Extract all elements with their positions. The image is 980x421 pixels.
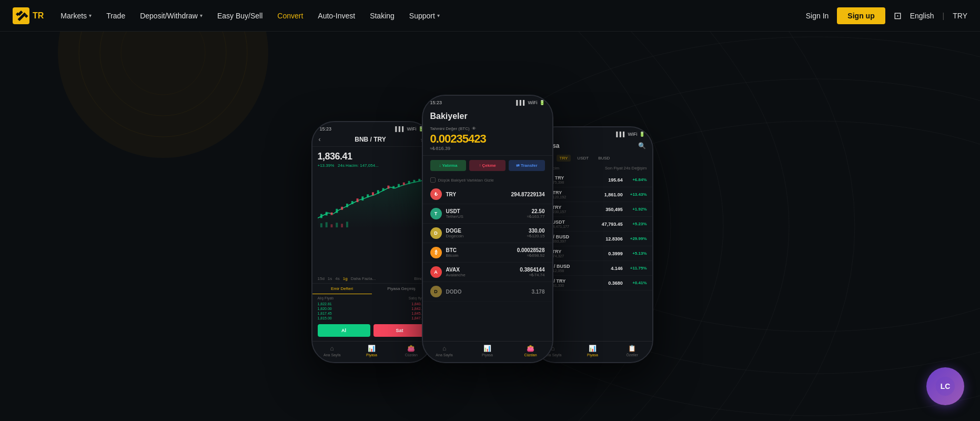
svg-rect-30 xyxy=(330,224,332,227)
col-change: 24s Değişim xyxy=(623,166,647,171)
avax-info: AVAX Avalanche xyxy=(446,267,520,277)
bnb-price: 1,861.00 xyxy=(587,192,623,197)
signal-icon3: ▌▌▌ xyxy=(616,132,626,137)
bottom-nav-market[interactable]: 📊 Piyasa xyxy=(352,345,391,357)
nav-convert[interactable]: Convert xyxy=(277,12,303,20)
btc-amount-row: 0.00028528 ≈₺698.92 xyxy=(517,247,545,258)
right-market-label: Piyasa xyxy=(587,353,598,357)
filter-usdt[interactable]: USDT xyxy=(574,155,592,162)
center-bottom-nav: ⌂ Ana Sayfa 📊 Piyasa 👛 Cüzdan xyxy=(423,341,552,362)
filter-try[interactable]: TRY xyxy=(557,155,571,162)
markets-chevron: ▾ xyxy=(89,13,92,18)
nav-easybuy[interactable]: Easy Buy/Sell xyxy=(217,12,262,20)
asset-row-usdt[interactable]: T USDT TetherUS 22.50 ≈₺163.77 xyxy=(423,204,552,224)
deposit-button[interactable]: ↓ Yatırma xyxy=(430,160,467,171)
eye-icon[interactable]: 👁 xyxy=(472,126,476,131)
withdraw-button[interactable]: ↑ Çekme xyxy=(469,160,506,171)
sell-button[interactable]: Sat xyxy=(373,324,426,337)
nav-autoinvest[interactable]: Auto-Invest xyxy=(318,12,355,20)
svg-rect-24 xyxy=(402,183,405,185)
nav-markets[interactable]: Markets ▾ xyxy=(60,12,92,20)
asset-row-avax[interactable]: A AVAX Avalanche 0.3864144 ≈₺74.74 xyxy=(423,263,552,282)
doge-amount: 330.00 ≈₺120.15 xyxy=(527,228,545,238)
transfer-button[interactable]: ⇄ Transfer xyxy=(509,160,545,171)
btc-label: Tahmini Değer (BTC) 👁 xyxy=(430,126,545,131)
search-icon[interactable]: 🔍 xyxy=(638,142,646,149)
action-row: ↓ Yatırma ↑ Çekme ⇄ Transfer xyxy=(423,156,552,175)
wifi-icon3: WiFi xyxy=(628,132,638,137)
bottom-nav-home[interactable]: ⌂ Ana Sayfa xyxy=(312,345,352,357)
center-nav-home[interactable]: ⌂ Ana Sayfa xyxy=(423,345,466,357)
right-summary-label: Özetler xyxy=(627,353,639,357)
center-status-bar: 15:23 ▌▌▌ WiFi 🔋 xyxy=(423,96,552,107)
time-tab-1s[interactable]: 1s xyxy=(328,276,332,281)
usdt-value: 22.50 xyxy=(527,208,545,214)
asset-row-dodo[interactable]: D DODO 3.178 xyxy=(423,282,552,302)
center-chart-icon: 📊 xyxy=(483,345,491,352)
time-tab-more[interactable]: Daha Fazla... xyxy=(351,276,376,281)
nav-support[interactable]: Support ▾ xyxy=(409,12,440,20)
usdt-approx: ≈₺163.77 xyxy=(527,214,545,219)
signup-button[interactable]: Sign up xyxy=(837,7,885,24)
doge-value: 330.00 xyxy=(527,228,545,234)
left-bottom-nav: ⌂ Ana Sayfa 📊 Piyasa 👛 Cüzdan xyxy=(312,341,431,362)
doge-try-price: 0.3680 xyxy=(587,280,623,286)
right-nav-summary[interactable]: 📋 Özetler xyxy=(612,345,652,357)
nav-deposit[interactable]: Deposit/Withdraw ▾ xyxy=(140,12,203,20)
svg-rect-19 xyxy=(377,190,379,194)
currency-selector[interactable]: TRY xyxy=(953,12,967,20)
buy-header: Alış Fiyatı xyxy=(318,296,371,300)
center-home-label: Ana Sayfa xyxy=(436,353,452,357)
chat-widget[interactable]: LC xyxy=(926,367,964,405)
wifi-icon2: WiFi xyxy=(528,100,538,105)
avax-fullname: Avalanche xyxy=(446,273,520,277)
svg-rect-23 xyxy=(398,184,400,187)
center-nav-market[interactable]: 📊 Piyasa xyxy=(466,345,509,357)
time-tab-15d[interactable]: 15d xyxy=(318,276,325,281)
market-label: Piyasa xyxy=(366,353,377,357)
center-time: 15:23 xyxy=(430,100,442,105)
nav-trade[interactable]: Trade xyxy=(106,12,125,20)
left-time: 15:23 xyxy=(320,126,332,132)
center-nav-wallet[interactable]: 👛 Cüzdan xyxy=(509,345,552,357)
svg-rect-15 xyxy=(356,198,358,202)
left-status-bar: 15:23 ▌▌▌ WiFi 🔋 xyxy=(312,122,431,134)
order-tabs: Emir Defteri Piyasa Geçmiş xyxy=(312,283,431,294)
right-status-icons: ▌▌▌ WiFi 🔋 xyxy=(616,132,644,137)
hide-zero-row: Düşük Bakiyeli Varlıkları Gizle xyxy=(423,175,552,185)
price-row-2: 1,820.00 1,842.50 xyxy=(318,307,426,310)
hide-zero-checkbox[interactable] xyxy=(430,177,436,183)
asset-row-doge[interactable]: D DOGE Dogecoin 330.00 ≈₺120.15 xyxy=(423,224,552,243)
chart-icon: 📊 xyxy=(368,345,376,352)
home-label: Ana Sayfa xyxy=(324,353,340,357)
signin-button[interactable]: Sign In xyxy=(806,12,829,20)
buy-button[interactable]: Al xyxy=(318,324,370,337)
phone-left-screen: 15:23 ▌▌▌ WiFi 🔋 ‹ BNB / TRY ☆ 1,836.41 xyxy=(312,122,431,362)
btc-usdt-change: +5.23% xyxy=(623,222,647,226)
right-chart-icon: 📊 xyxy=(589,345,597,352)
filter-busd[interactable]: BUSD xyxy=(595,155,613,162)
svg-rect-28 xyxy=(320,223,322,227)
order-tab-emir[interactable]: Emir Defteri xyxy=(312,284,372,294)
asset-row-try[interactable]: ₺ TRY 294.87229134 xyxy=(423,185,552,204)
svg-rect-27 xyxy=(418,179,420,182)
scan-icon[interactable]: ⊡ xyxy=(894,10,902,22)
svg-text:LC: LC xyxy=(941,382,951,390)
asset-row-btc[interactable]: ₿ BTC Bitcoin 0.00028528 ≈₺698.92 xyxy=(423,243,552,263)
back-arrow-icon[interactable]: ‹ xyxy=(319,136,321,143)
chat-icon: LC xyxy=(936,377,955,396)
btc-try-price: 350,495 xyxy=(587,207,623,212)
right-nav-market[interactable]: 📊 Piyasa xyxy=(573,345,612,357)
center-status-icons: ▌▌▌ WiFi 🔋 xyxy=(516,100,544,105)
logo[interactable]: TR xyxy=(13,7,44,24)
action-buttons: Al Sat xyxy=(312,321,431,341)
chz-price: 0.3999 xyxy=(587,251,623,256)
doge-name: DOGE xyxy=(446,228,527,234)
phone-center-screen: 15:23 ▌▌▌ WiFi 🔋 Bakiyeler Tahmini Değer… xyxy=(423,96,552,362)
time-tab-4s[interactable]: 4s xyxy=(335,276,339,281)
time-tab-1g[interactable]: 1g xyxy=(343,276,348,281)
doge-icon: D xyxy=(430,227,442,239)
language-selector[interactable]: English xyxy=(910,12,934,20)
nav-staking[interactable]: Staking xyxy=(370,12,395,20)
usdt-name: USDT xyxy=(446,208,527,214)
